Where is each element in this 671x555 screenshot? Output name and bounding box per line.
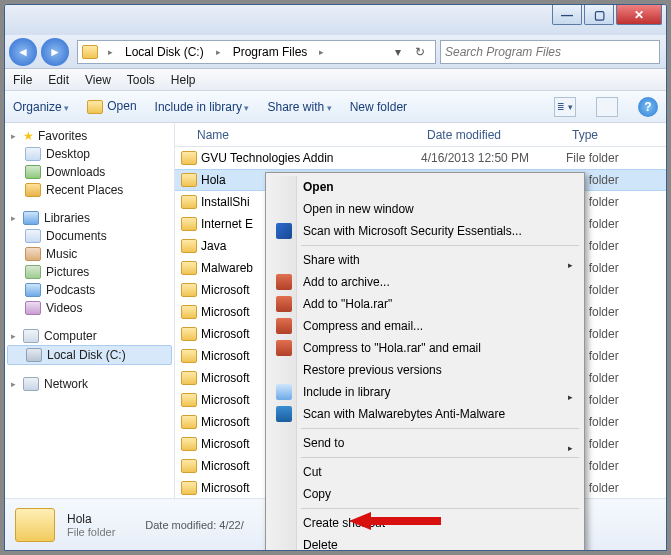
file-name: Microsoft: [201, 371, 250, 385]
col-date[interactable]: Date modified: [421, 128, 566, 142]
address-bar[interactable]: ▸ Local Disk (C:) ▸ Program Files ▸ ▾ ↻: [77, 40, 436, 64]
details-name: Hola: [67, 512, 115, 526]
file-row[interactable]: GVU Technologies Addin4/16/2013 12:50 PM…: [175, 147, 666, 169]
address-dropdown-icon[interactable]: ▾: [387, 45, 409, 59]
archive-icon: [276, 274, 292, 290]
col-type[interactable]: Type: [566, 128, 666, 142]
minimize-button[interactable]: —: [552, 5, 582, 25]
ctx-include-library[interactable]: Include in library: [269, 381, 581, 403]
nav-libraries[interactable]: Libraries: [7, 209, 172, 227]
include-library-button[interactable]: Include in library: [155, 100, 250, 114]
nav-recent-places[interactable]: Recent Places: [7, 181, 172, 199]
preview-pane-button[interactable]: [596, 97, 618, 117]
file-name: Microsoft: [201, 349, 250, 363]
search-box[interactable]: [440, 40, 660, 64]
file-name: Malwareb: [201, 261, 253, 275]
folder-icon: [181, 459, 197, 473]
nav-videos[interactable]: Videos: [7, 299, 172, 317]
folder-icon: [181, 415, 197, 429]
ctx-compress-hola-email[interactable]: Compress to "Hola.rar" and email: [269, 337, 581, 359]
share-with-button[interactable]: Share with: [267, 100, 331, 114]
forward-button[interactable]: ►: [41, 38, 69, 66]
file-name: Hola: [201, 173, 226, 187]
ctx-copy[interactable]: Copy: [269, 483, 581, 505]
menu-bar: File Edit View Tools Help: [5, 69, 666, 91]
folder-icon: [181, 195, 197, 209]
menu-help[interactable]: Help: [171, 73, 196, 87]
nav-network[interactable]: Network: [7, 375, 172, 393]
nav-downloads[interactable]: Downloads: [7, 163, 172, 181]
file-name: InstallShi: [201, 195, 250, 209]
menu-edit[interactable]: Edit: [48, 73, 69, 87]
column-headers: Name Date modified Type: [175, 123, 666, 147]
menu-file[interactable]: File: [13, 73, 32, 87]
malwarebytes-icon: [276, 406, 292, 422]
refresh-icon[interactable]: ↻: [409, 45, 431, 59]
ctx-scan-mse[interactable]: Scan with Microsoft Security Essentials.…: [269, 220, 581, 242]
file-type: File folder: [566, 151, 666, 165]
file-name: Microsoft: [201, 305, 250, 319]
ctx-add-archive[interactable]: Add to archive...: [269, 271, 581, 293]
ctx-share-with[interactable]: Share with: [269, 249, 581, 271]
file-date: 4/16/2013 12:50 PM: [421, 151, 566, 165]
titlebar[interactable]: — ▢ ✕: [5, 5, 666, 35]
nav-documents[interactable]: Documents: [7, 227, 172, 245]
file-name: Microsoft: [201, 437, 250, 451]
ctx-restore-versions[interactable]: Restore previous versions: [269, 359, 581, 381]
ctx-send-to[interactable]: Send to: [269, 432, 581, 454]
navigation-pane: ★Favorites Desktop Downloads Recent Plac…: [5, 123, 175, 498]
archive-icon: [276, 318, 292, 334]
context-menu: Open Open in new window Scan with Micros…: [265, 172, 585, 551]
folder-icon: [181, 239, 197, 253]
breadcrumb-root[interactable]: Local Disk (C:): [119, 45, 210, 59]
folder-icon: [82, 45, 98, 59]
library-icon: [276, 384, 292, 400]
folder-icon: [181, 261, 197, 275]
nav-favorites[interactable]: ★Favorites: [7, 127, 172, 145]
open-button[interactable]: Open: [107, 99, 136, 113]
help-icon[interactable]: ?: [638, 97, 658, 117]
ctx-open-new-window[interactable]: Open in new window: [269, 198, 581, 220]
folder-icon: [181, 327, 197, 341]
archive-icon: [276, 340, 292, 356]
menu-view[interactable]: View: [85, 73, 111, 87]
ctx-scan-malwarebytes[interactable]: Scan with Malwarebytes Anti-Malware: [269, 403, 581, 425]
organize-button[interactable]: Organize: [13, 100, 69, 114]
view-options-button[interactable]: ≣ ▾: [554, 97, 576, 117]
nav-computer[interactable]: Computer: [7, 327, 172, 345]
breadcrumb-folder[interactable]: Program Files: [227, 45, 314, 59]
nav-music[interactable]: Music: [7, 245, 172, 263]
nav-local-disk-c[interactable]: Local Disk (C:): [7, 345, 172, 365]
ctx-delete[interactable]: Delete: [269, 534, 581, 551]
search-input[interactable]: [445, 45, 655, 59]
back-button[interactable]: ◄: [9, 38, 37, 66]
folder-icon: [181, 151, 197, 165]
open-icon: [87, 100, 103, 114]
nav-pictures[interactable]: Pictures: [7, 263, 172, 281]
maximize-button[interactable]: ▢: [584, 5, 614, 25]
command-bar: Organize Open Include in library Share w…: [5, 91, 666, 123]
folder-icon: [181, 283, 197, 297]
ctx-add-hola-rar[interactable]: Add to "Hola.rar": [269, 293, 581, 315]
details-folder-icon: [15, 508, 55, 542]
close-button[interactable]: ✕: [616, 5, 662, 25]
folder-icon: [181, 481, 197, 495]
file-name: Microsoft: [201, 327, 250, 341]
folder-icon: [181, 305, 197, 319]
folder-icon: [181, 217, 197, 231]
details-type: File folder: [67, 526, 115, 538]
file-name: Microsoft: [201, 393, 250, 407]
folder-icon: [181, 349, 197, 363]
ctx-open[interactable]: Open: [269, 176, 581, 198]
ctx-compress-email[interactable]: Compress and email...: [269, 315, 581, 337]
nav-toolbar: ◄ ► ▸ Local Disk (C:) ▸ Program Files ▸ …: [5, 35, 666, 69]
ctx-cut[interactable]: Cut: [269, 461, 581, 483]
nav-desktop[interactable]: Desktop: [7, 145, 172, 163]
folder-icon: [181, 173, 197, 187]
col-name[interactable]: Name: [175, 128, 421, 142]
archive-icon: [276, 296, 292, 312]
menu-tools[interactable]: Tools: [127, 73, 155, 87]
nav-podcasts[interactable]: Podcasts: [7, 281, 172, 299]
file-name: Microsoft: [201, 283, 250, 297]
new-folder-button[interactable]: New folder: [350, 100, 407, 114]
